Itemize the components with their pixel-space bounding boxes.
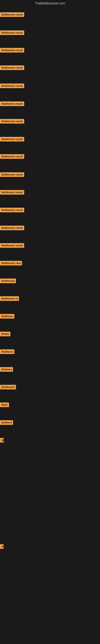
bottleneck-result-item[interactable]: Bottleneck: [0, 278, 16, 284]
bottleneck-badge: Bottlenec: [0, 314, 14, 318]
bottleneck-badge: Bottleneck result: [0, 172, 24, 177]
bottleneck-badge: Bottleneck result: [0, 30, 24, 35]
bottleneck-result-item[interactable]: B: [0, 544, 3, 550]
bottleneck-badge: Bottleneck re: [0, 296, 19, 301]
bottleneck-result-item[interactable]: Bottleneck: [0, 385, 16, 390]
bottleneck-result-item[interactable]: Bottleneck result: [0, 154, 24, 160]
bottleneck-badge: Bottleneck: [0, 278, 16, 283]
bottleneck-badge: Bottleneck: [0, 385, 16, 390]
site-title: TheBottlenecker.com: [0, 0, 100, 7]
bottleneck-result-item[interactable]: Bottleneck result: [0, 30, 24, 36]
bottleneck-result-item[interactable]: Bottlenec: [0, 349, 14, 355]
bottleneck-result-item[interactable]: Bottleneck result: [0, 226, 24, 231]
bottleneck-badge: Bottleneck result: [0, 84, 24, 88]
bottleneck-result-item[interactable]: Bottlene: [0, 420, 13, 426]
bottleneck-result-item[interactable]: Bottleneck result: [0, 172, 24, 178]
bottleneck-badge: B: [0, 438, 3, 442]
bottleneck-result-item[interactable]: Bottleneck result: [0, 12, 24, 18]
bottleneck-badge: Bottle: [0, 332, 10, 336]
bottleneck-result-item[interactable]: Bottleneck result: [0, 137, 24, 142]
bottleneck-result-item[interactable]: Bottleneck result: [0, 119, 24, 124]
bottleneck-result-item[interactable]: Bottleneck result: [0, 84, 24, 89]
bottleneck-badge: Bottleneck result: [0, 208, 24, 212]
bottleneck-badge: B: [0, 544, 3, 549]
bottleneck-badge: Bottleneck result: [0, 190, 24, 194]
bottleneck-result-item[interactable]: Bottleneck resu: [0, 261, 22, 266]
bottleneck-result-item[interactable]: B: [0, 438, 3, 443]
bottleneck-badge: Bottleneck result: [0, 154, 24, 159]
bottleneck-badge: Bottlene: [0, 420, 13, 425]
bottleneck-badge: Bottleneck result: [0, 48, 24, 52]
bottleneck-result-item[interactable]: Bottleneck result: [0, 190, 24, 196]
bottleneck-result-item[interactable]: Bottleneck result: [0, 102, 24, 107]
bottleneck-badge: Bottleneck result: [0, 137, 24, 142]
bottleneck-result-item[interactable]: Bottlenec: [0, 314, 14, 320]
bottleneck-result-item[interactable]: Bottleneck result: [0, 48, 24, 53]
bottleneck-badge: Bottleneck result: [0, 119, 24, 124]
bottleneck-result-item[interactable]: Bottlene: [0, 367, 13, 372]
bottleneck-badge: Bottl: [0, 402, 9, 407]
bottleneck-result-item[interactable]: Bottleneck re: [0, 296, 19, 302]
bottleneck-badge: Bottleneck result: [0, 243, 24, 248]
bottleneck-badge: Bottlenec: [0, 349, 14, 354]
bottleneck-badge: Bottleneck resu: [0, 261, 22, 266]
bottleneck-badge: Bottleneck result: [0, 66, 24, 70]
bottleneck-result-item[interactable]: Bottleneck result: [0, 208, 24, 213]
bottleneck-result-item[interactable]: Bottleneck result: [0, 66, 24, 71]
bottleneck-badge: Bottleneck result: [0, 12, 24, 17]
bottleneck-result-item[interactable]: Bottl: [0, 402, 9, 408]
bottleneck-result-item[interactable]: Bottleneck result: [0, 243, 24, 248]
bottleneck-badge: Bottlene: [0, 367, 13, 372]
bottleneck-result-item[interactable]: Bottle: [0, 332, 10, 337]
bottleneck-badge: Bottleneck result: [0, 226, 24, 230]
bottleneck-badge: Bottleneck result: [0, 102, 24, 106]
